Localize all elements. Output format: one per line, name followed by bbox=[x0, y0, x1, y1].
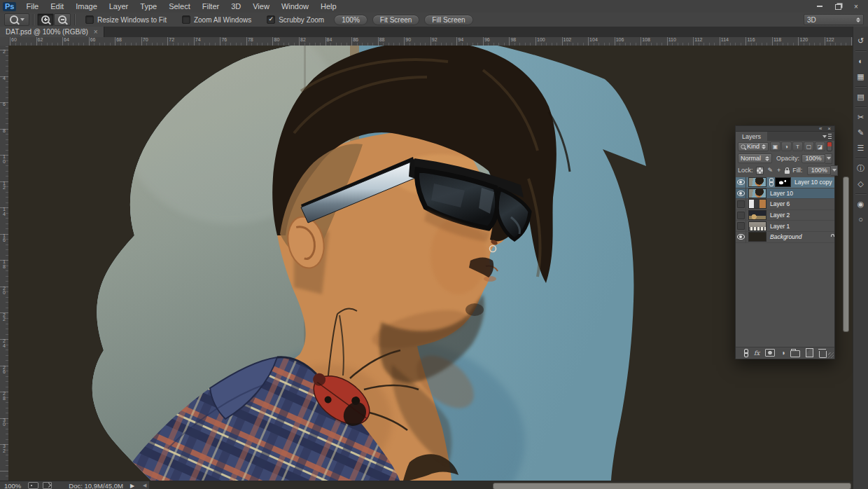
menu-item-view[interactable]: View bbox=[253, 2, 270, 11]
visibility-toggle[interactable] bbox=[736, 188, 746, 199]
checkbox-box[interactable] bbox=[85, 15, 94, 24]
blend-mode-dropdown[interactable]: Normal bbox=[738, 153, 772, 163]
visibility-toggle[interactable] bbox=[736, 221, 746, 231]
checkbox-box[interactable] bbox=[182, 15, 190, 24]
3d-panel-icon[interactable]: ◇ bbox=[855, 178, 867, 189]
layers-tab[interactable]: Layers bbox=[736, 132, 767, 141]
checkbox-box[interactable]: ✓ bbox=[267, 15, 275, 24]
menu-item-3d[interactable]: 3D bbox=[231, 2, 241, 11]
lock-paint-icon[interactable]: ✎ bbox=[768, 167, 774, 174]
collapse-panel-icon[interactable]: « bbox=[819, 126, 822, 131]
close-panel-icon[interactable]: × bbox=[827, 126, 831, 131]
checkbox-resize-windows-to-fit[interactable]: Resize Windows to Fit bbox=[85, 15, 167, 24]
vertical-scrollbar-thumb[interactable] bbox=[843, 177, 849, 332]
menu-item-file[interactable]: File bbox=[26, 2, 38, 11]
character-panel-icon[interactable]: ▤ bbox=[855, 91, 867, 102]
layer-comps-panel-icon[interactable]: ☰ bbox=[855, 142, 867, 153]
horizontal-scrollbar-track[interactable] bbox=[149, 481, 853, 489]
horizontal-scrollbar-thumb[interactable] bbox=[493, 483, 851, 489]
filter-type-layers[interactable]: T bbox=[792, 142, 803, 151]
fill-value[interactable]: 100% bbox=[807, 166, 831, 175]
filter-pixel-layers[interactable]: ▣ bbox=[770, 142, 780, 151]
icon-glyph: ◑ bbox=[780, 349, 785, 357]
filter-smart-objects[interactable]: ◪ bbox=[815, 142, 825, 151]
zoom-tool-icon[interactable] bbox=[4, 13, 29, 26]
opacity-value[interactable]: 100% bbox=[802, 154, 825, 163]
menu-item-type[interactable]: Type bbox=[140, 2, 157, 11]
info-panel-icon[interactable]: ⓘ bbox=[855, 163, 867, 174]
layer-row-layer-2[interactable]: Layer 2 bbox=[736, 210, 834, 221]
paths-panel-icon[interactable]: ○ bbox=[855, 214, 867, 225]
eye-empty bbox=[737, 212, 745, 219]
menu-item-window[interactable]: Window bbox=[281, 2, 309, 11]
canvas-image[interactable] bbox=[8, 46, 853, 481]
workspace-switcher[interactable]: 3D bbox=[804, 14, 864, 25]
brush-panel-icon[interactable]: ✎ bbox=[855, 127, 867, 138]
add-layer-mask-button[interactable] bbox=[765, 349, 775, 357]
layer-thumbnail[interactable] bbox=[748, 199, 766, 209]
fill-screen-button[interactable]: Fill Screen bbox=[424, 15, 472, 25]
layer-thumbnail[interactable] bbox=[748, 232, 766, 242]
menu-item-help[interactable]: Help bbox=[321, 2, 337, 11]
visibility-toggle[interactable] bbox=[736, 232, 746, 242]
new-adjustment-layer-button[interactable]: ◑ bbox=[780, 349, 785, 357]
new-layer-button[interactable] bbox=[806, 348, 813, 357]
visibility-toggle[interactable] bbox=[736, 199, 746, 209]
kind-filter-dropdown[interactable]: Kind bbox=[738, 142, 769, 151]
zoom-out-button[interactable] bbox=[54, 13, 71, 26]
delete-layer-button[interactable] bbox=[819, 348, 827, 358]
layer-row-layer-10[interactable]: Layer 10 bbox=[736, 188, 834, 200]
menu-item-select[interactable]: Select bbox=[169, 2, 190, 11]
layer-effects-button[interactable]: fx bbox=[754, 350, 760, 357]
restore-button[interactable] bbox=[829, 1, 847, 11]
opacity-dropdown-button[interactable] bbox=[825, 153, 832, 164]
zoom-in-button[interactable] bbox=[37, 13, 54, 26]
lock-transparency-icon[interactable] bbox=[756, 167, 764, 174]
panel-menu-icon[interactable] bbox=[822, 134, 832, 139]
clone-source-panel-icon[interactable]: ↺ bbox=[855, 35, 867, 46]
layer-thumbnail[interactable] bbox=[748, 177, 766, 187]
link-layers-button[interactable] bbox=[741, 349, 748, 357]
swatches-panel-icon[interactable]: ▦ bbox=[855, 71, 867, 82]
lock-all-icon[interactable] bbox=[785, 170, 790, 174]
filter-shape-layers[interactable]: ▢ bbox=[804, 142, 814, 151]
panel-resize-grip[interactable] bbox=[828, 352, 834, 358]
layer-thumbnail[interactable] bbox=[748, 221, 766, 231]
fill-dropdown-button[interactable] bbox=[831, 165, 838, 176]
minimize-button[interactable] bbox=[811, 1, 829, 11]
layer-row-layer-6[interactable]: Layer 6 bbox=[736, 199, 834, 210]
menu-item-filter[interactable]: Filter bbox=[202, 2, 219, 11]
fit-screen-button[interactable]: Fit Screen bbox=[372, 15, 420, 25]
checkbox-zoom-all-windows[interactable]: Zoom All Windows bbox=[182, 15, 251, 24]
add-layer-mask-icon bbox=[765, 349, 775, 357]
tab-close-icon[interactable]: × bbox=[94, 28, 98, 36]
close-button[interactable]: × bbox=[847, 1, 865, 11]
ruler-label: 60 bbox=[10, 37, 17, 42]
tool-presets-panel-icon[interactable]: ✂ bbox=[855, 111, 867, 123]
100-button[interactable]: 100% bbox=[334, 15, 368, 25]
canvas-area[interactable] bbox=[8, 46, 853, 481]
filter-toggle-switch[interactable] bbox=[827, 142, 832, 151]
mask-link-icon[interactable] bbox=[768, 178, 774, 186]
scroll-left-icon[interactable]: ◀ bbox=[143, 483, 146, 488]
layer-row-background[interactable]: Background bbox=[736, 232, 834, 243]
layer-row-layer-10-copy[interactable]: Layer 10 copy bbox=[736, 177, 834, 188]
layer-thumbnail[interactable] bbox=[748, 188, 766, 198]
menu-item-layer[interactable]: Layer bbox=[109, 2, 129, 11]
filter-adjustment-layers[interactable]: ◑ bbox=[781, 142, 792, 151]
zoom-level-field[interactable]: 100% bbox=[4, 482, 21, 489]
document-tab[interactable]: DAT.psd @ 100% (RGB/8) × bbox=[0, 27, 104, 37]
checkbox-scrubby-zoom[interactable]: ✓Scrubby Zoom bbox=[267, 15, 324, 24]
status-expand-arrow[interactable]: ▶ bbox=[130, 483, 134, 489]
menu-item-image[interactable]: Image bbox=[76, 2, 97, 11]
mask-thumbnail[interactable] bbox=[775, 177, 791, 187]
visibility-toggle[interactable] bbox=[736, 210, 746, 221]
layer-row-layer-1[interactable]: Layer 1 bbox=[736, 221, 834, 232]
layer-thumbnail[interactable] bbox=[748, 210, 766, 220]
visibility-toggle[interactable] bbox=[736, 177, 746, 188]
menu-item-edit[interactable]: Edit bbox=[50, 2, 64, 11]
new-group-button[interactable] bbox=[790, 348, 800, 357]
materials-panel-icon[interactable]: ◉ bbox=[855, 198, 867, 209]
color-panel-icon[interactable]: ◐ bbox=[855, 55, 867, 67]
lock-position-icon[interactable]: + bbox=[777, 167, 780, 174]
